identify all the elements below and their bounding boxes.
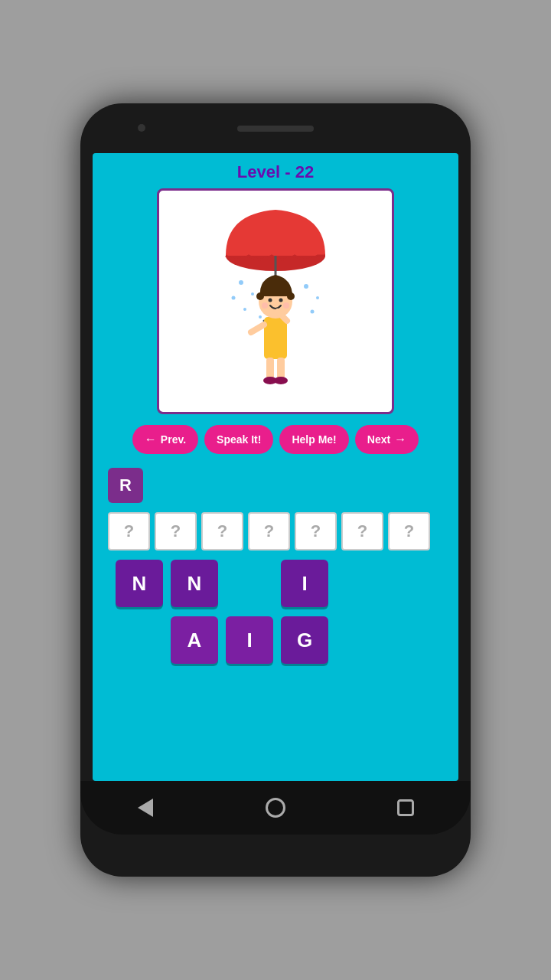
screen: Level - 22 xyxy=(93,153,458,781)
tiles-area: R ? ? ? ? ? ? ? N N I A xyxy=(93,462,458,781)
choice-tile-N1[interactable]: N xyxy=(116,560,163,607)
next-button[interactable]: Next → xyxy=(355,425,419,454)
help-label: Help Me! xyxy=(292,433,336,446)
svg-point-14 xyxy=(287,292,295,300)
svg-point-4 xyxy=(251,292,254,296)
svg-point-13 xyxy=(256,292,264,300)
svg-line-19 xyxy=(251,325,264,332)
svg-point-18 xyxy=(283,302,289,309)
prev-label: Prev. xyxy=(161,433,186,446)
svg-point-3 xyxy=(239,280,243,285)
svg-point-5 xyxy=(232,296,236,299)
prev-arrow-icon: ← xyxy=(145,433,157,446)
svg-point-17 xyxy=(262,302,268,309)
svg-point-9 xyxy=(311,309,315,313)
svg-point-8 xyxy=(316,296,319,299)
choice-tile-A[interactable]: A xyxy=(171,616,218,664)
svg-point-24 xyxy=(274,377,288,384)
phone-top xyxy=(80,103,471,153)
answer-boxes-row: ? ? ? ? ? ? ? xyxy=(108,512,443,550)
back-nav-button[interactable] xyxy=(132,794,159,822)
choices-row-2: A I G xyxy=(108,616,443,664)
svg-point-6 xyxy=(243,308,246,311)
recents-nav-icon xyxy=(397,799,414,816)
level-title: Level - 22 xyxy=(237,162,314,182)
prev-button[interactable]: ← Prev. xyxy=(132,425,198,454)
selected-tile-0[interactable]: R xyxy=(108,468,143,503)
choice-tile-I1[interactable]: I xyxy=(281,560,328,607)
answer-box-4[interactable]: ? xyxy=(295,512,337,550)
choice-tile-empty2 xyxy=(116,616,163,664)
svg-rect-11 xyxy=(264,317,287,359)
back-nav-icon xyxy=(138,799,153,817)
svg-point-7 xyxy=(304,284,308,289)
answer-box-2[interactable]: ? xyxy=(201,512,243,550)
answer-box-6[interactable]: ? xyxy=(388,512,430,550)
answer-box-5[interactable]: ? xyxy=(341,512,383,550)
answer-box-1[interactable]: ? xyxy=(155,512,197,550)
svg-point-16 xyxy=(279,298,283,302)
speak-label: Speak It! xyxy=(217,433,261,446)
choice-tile-I2[interactable]: I xyxy=(226,616,273,664)
choice-tile-N2[interactable]: N xyxy=(171,560,218,607)
next-label: Next xyxy=(367,433,390,446)
help-button[interactable]: Help Me! xyxy=(279,425,348,454)
choice-tile-empty1 xyxy=(226,560,273,607)
choices-row-1: N N I xyxy=(108,560,443,607)
svg-point-15 xyxy=(269,298,272,302)
answer-box-3[interactable]: ? xyxy=(248,512,290,550)
home-nav-icon xyxy=(266,798,285,818)
phone-bottom-nav xyxy=(80,781,471,835)
image-container xyxy=(157,188,394,414)
phone-frame: Level - 22 xyxy=(80,103,471,877)
umbrella-girl-image xyxy=(199,198,352,405)
recents-nav-button[interactable] xyxy=(392,794,419,822)
home-nav-button[interactable] xyxy=(262,794,289,822)
selected-letters-row: R xyxy=(108,468,443,503)
nav-buttons-row: ← Prev. Speak It! Help Me! Next → xyxy=(132,425,419,454)
speak-button[interactable]: Speak It! xyxy=(204,425,273,454)
phone-camera xyxy=(138,124,145,132)
phone-speaker xyxy=(237,126,314,132)
answer-box-0[interactable]: ? xyxy=(108,512,150,550)
svg-point-10 xyxy=(259,315,262,318)
next-arrow-icon: → xyxy=(394,433,406,446)
choice-tile-G[interactable]: G xyxy=(281,616,328,664)
